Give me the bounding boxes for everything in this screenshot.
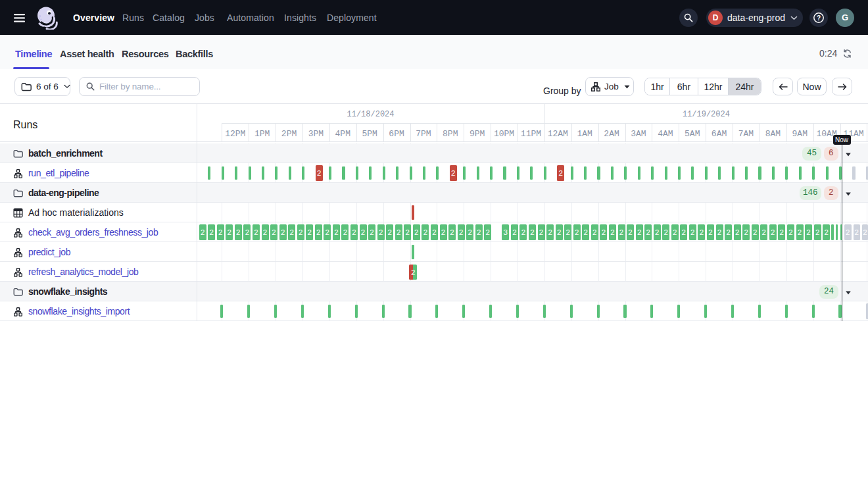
svg-text:?: ? bbox=[817, 14, 821, 22]
